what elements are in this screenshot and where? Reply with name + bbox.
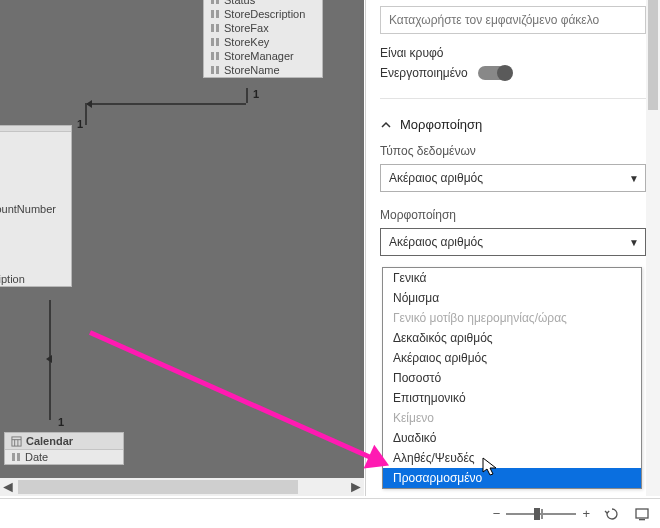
reset-zoom-button[interactable] (604, 506, 620, 522)
column-icon (210, 51, 220, 61)
chevron-up-icon (380, 119, 392, 131)
hidden-toggle[interactable]: Ενεργοποιημένο (380, 66, 646, 80)
svg-rect-1 (216, 0, 219, 4)
cursor-icon (482, 457, 500, 481)
scroll-thumb[interactable] (648, 0, 658, 110)
table-field[interactable]: ilD (0, 244, 71, 258)
zoom-track[interactable] (506, 513, 576, 515)
format-option[interactable]: Αληθές/Ψευδές (383, 448, 641, 468)
table-field[interactable]: intry (0, 188, 71, 202)
format-option[interactable]: Ποσοστό (383, 368, 641, 388)
table-field[interactable]: ption (0, 174, 71, 188)
format-label: Μορφοποίηση (380, 208, 646, 222)
zoom-plus-icon[interactable]: + (582, 506, 590, 521)
display-folder-input[interactable] (380, 6, 646, 34)
table-field[interactable]: ufacturer (0, 216, 71, 230)
table-field[interactable]: Date (5, 450, 123, 464)
scroll-right-button[interactable]: ► (348, 480, 364, 494)
table-field[interactable]: d Name (0, 132, 71, 146)
format-option[interactable]: Προσαρμοσμένο (383, 468, 641, 488)
model-diagram-canvas[interactable]: Status StoreDescription StoreFax StoreKe… (0, 0, 364, 478)
scroll-thumb[interactable] (18, 480, 298, 494)
svg-rect-21 (636, 509, 648, 518)
svg-rect-11 (216, 66, 219, 74)
diagram-table-product[interactable]: d Name egory r ption intry tomerAccountN… (0, 125, 72, 287)
table-field[interactable]: tomerAccountNumber (0, 202, 71, 216)
field-label: tomerAccountNumber (0, 203, 56, 215)
format-option[interactable]: Γενικά (383, 268, 641, 288)
field-label: StoreManager (224, 50, 294, 62)
format-option[interactable]: Δεκαδικός αριθμός (383, 328, 641, 348)
format-option[interactable]: Δυαδικό (383, 428, 641, 448)
svg-rect-18 (12, 453, 15, 461)
canvas-horizontal-scrollbar[interactable]: ◄ ► (0, 478, 364, 496)
table-field[interactable]: erDate (0, 230, 71, 244)
table-field[interactable]: StoreKey (204, 35, 322, 49)
relationship-line[interactable] (246, 88, 248, 103)
table-field[interactable]: egory (0, 146, 71, 160)
fit-to-screen-button[interactable] (634, 506, 650, 522)
format-select[interactable]: Ακέραιος αριθμός ▼ (380, 228, 646, 256)
field-label: Status (224, 0, 255, 6)
zoom-minus-icon[interactable]: − (493, 506, 501, 521)
table-field[interactable]: StoreFax (204, 21, 322, 35)
svg-rect-22 (639, 519, 645, 520)
panel-vertical-scrollbar[interactable] (646, 0, 660, 496)
table-header[interactable]: Calendar (5, 433, 123, 450)
table-title: Calendar (26, 435, 73, 447)
column-icon (11, 452, 21, 462)
format-option[interactable]: Νόμισμα (383, 288, 641, 308)
svg-rect-2 (211, 10, 214, 18)
cardinality-one: 1 (253, 88, 259, 100)
svg-marker-13 (46, 355, 52, 363)
column-icon (210, 65, 220, 75)
format-option[interactable]: Ακέραιος αριθμός (383, 348, 641, 368)
column-icon (210, 9, 220, 19)
status-bar: − + (0, 498, 660, 528)
scroll-left-button[interactable]: ◄ (0, 480, 16, 494)
relationship-arrow-icon (42, 352, 56, 370)
table-icon (11, 436, 22, 447)
section-title: Μορφοποίηση (400, 117, 482, 132)
relationship-line[interactable] (85, 103, 87, 125)
diagram-table-store[interactable]: Status StoreDescription StoreFax StoreKe… (203, 0, 323, 78)
column-icon (210, 0, 220, 5)
svg-rect-0 (211, 0, 214, 4)
column-icon (210, 23, 220, 33)
svg-rect-19 (17, 453, 20, 461)
svg-marker-20 (483, 458, 496, 475)
format-option[interactable]: Επιστημονικό (383, 388, 641, 408)
cardinality-one: 1 (58, 416, 64, 428)
format-option: Κείμενο (383, 408, 641, 428)
svg-rect-3 (216, 10, 219, 18)
table-field[interactable]: Status (204, 0, 322, 7)
table-field[interactable]: StoreName (204, 63, 322, 77)
relationship-line[interactable] (85, 103, 246, 105)
toggle-track[interactable] (478, 66, 512, 80)
cardinality-one: 1 (77, 118, 83, 130)
table-field[interactable]: T (0, 258, 71, 272)
zoom-handle[interactable] (534, 508, 540, 520)
diagram-table-calendar[interactable]: Calendar Date (4, 432, 124, 465)
field-label: ductDescription (0, 273, 25, 285)
table-field[interactable]: StoreManager (204, 49, 322, 63)
field-label: StoreName (224, 64, 280, 76)
table-field[interactable]: ductDescription (0, 272, 71, 286)
svg-rect-5 (216, 24, 219, 32)
zoom-center-tick (541, 509, 543, 519)
svg-rect-6 (211, 38, 214, 46)
select-value: Ακέραιος αριθμός (389, 235, 483, 249)
table-field[interactable]: r (0, 160, 71, 174)
svg-rect-7 (216, 38, 219, 46)
table-field[interactable]: StoreDescription (204, 7, 322, 21)
field-label: StoreDescription (224, 8, 305, 20)
caret-down-icon: ▼ (629, 237, 639, 248)
select-value: Ακέραιος αριθμός (389, 171, 483, 185)
format-option: Γενικό μοτίβο ημερομηνίας/ώρας (383, 308, 641, 328)
field-label: StoreKey (224, 36, 269, 48)
enabled-label: Ενεργοποιημένο (380, 66, 468, 80)
data-type-select[interactable]: Ακέραιος αριθμός ▼ (380, 164, 646, 192)
formatting-section-header[interactable]: Μορφοποίηση (380, 117, 646, 132)
format-dropdown-list[interactable]: ΓενικάΝόμισμαΓενικό μοτίβο ημερομηνίας/ώ… (382, 267, 642, 489)
zoom-slider[interactable]: − + (493, 506, 590, 521)
